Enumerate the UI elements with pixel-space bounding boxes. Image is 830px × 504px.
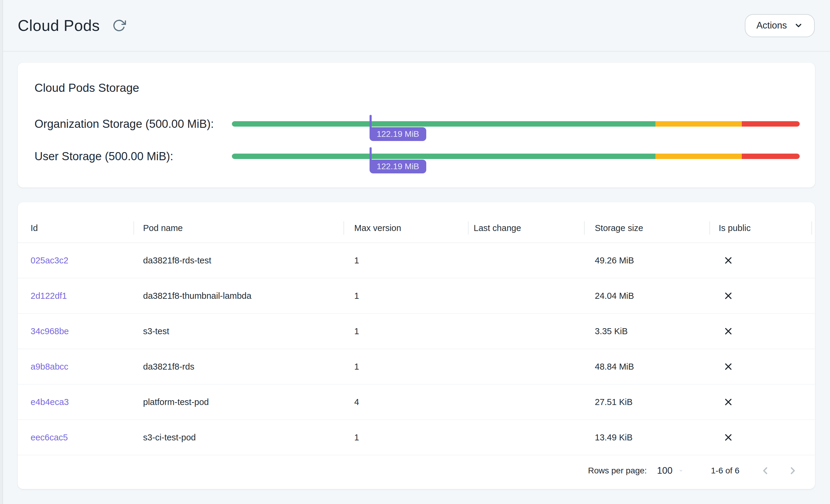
table-row: eec6cac5s3-ci-test-pod113.49 KiB (18, 420, 815, 455)
table-pagination: Rows per page: 100 1-6 of 6 (18, 455, 815, 489)
table-row: 025ac3c2da3821f8-rds-test149.26 MiB (18, 243, 815, 278)
storage-marker-icon (370, 147, 372, 161)
organization-storage-label: Organization Storage (500.00 MiB): (34, 118, 214, 130)
pod-id-link[interactable]: 025ac3c2 (31, 256, 68, 265)
column-divider (709, 221, 710, 234)
column-header-storage-size: Storage size (595, 223, 643, 233)
pod-name-cell: da3821f8-thumbnail-lambda (143, 291, 251, 301)
pod-id-link[interactable]: a9b8abcc (31, 362, 68, 372)
window-left-edge (0, 0, 3, 504)
pod-id-link[interactable]: 34c968be (31, 326, 69, 336)
chevron-left-icon (760, 465, 771, 476)
actions-button[interactable]: Actions (745, 14, 815, 37)
column-header-id: Id (31, 223, 38, 233)
storage-bar (232, 121, 800, 127)
storage-size-cell: 49.26 MiB (595, 256, 634, 265)
max-version-cell: 1 (354, 326, 359, 336)
user-storage-label: User Storage (500.00 MiB): (34, 150, 173, 163)
rows-per-page-select[interactable]: 100 (657, 465, 685, 476)
table-row: 34c968bes3-test13.35 KiB (18, 314, 815, 349)
pod-id-link[interactable]: e4b4eca3 (31, 397, 69, 407)
refresh-button[interactable] (111, 17, 127, 34)
previous-page-button[interactable] (756, 462, 774, 480)
page-title: Cloud Pods (18, 17, 100, 34)
storage-marker-group: 122.19 MiB (370, 115, 372, 129)
pod-name-cell: da3821f8-rds-test (143, 256, 211, 265)
next-page-button[interactable] (784, 462, 802, 480)
column-divider (811, 221, 812, 234)
column-header-max-version: Max version (354, 223, 401, 233)
table-row: 2d122df1da3821f8-thumbnail-lambda124.04 … (18, 278, 815, 314)
storage-size-cell: 13.49 KiB (595, 433, 633, 442)
max-version-cell: 1 (354, 362, 359, 372)
table-row: a9b8abccda3821f8-rds148.84 MiB (18, 349, 815, 385)
max-version-cell: 1 (354, 291, 359, 301)
rows-per-page-label: Rows per page: (588, 466, 647, 475)
storage-value-badge: 122.19 MiB (370, 160, 426, 174)
not-public-cross-icon (723, 397, 734, 407)
chevron-down-icon (794, 21, 803, 30)
storage-bar (232, 154, 800, 159)
actions-button-label: Actions (757, 20, 787, 31)
storage-size-cell: 24.04 MiB (595, 291, 634, 301)
table-header-row: Id Pod name Max version Last change Stor… (18, 202, 815, 243)
rows-per-page-value: 100 (657, 465, 672, 476)
not-public-cross-icon (723, 255, 734, 266)
storage-marker-icon (370, 115, 372, 129)
pod-name-cell: da3821f8-rds (143, 362, 194, 372)
max-version-cell: 1 (354, 433, 359, 442)
storage-card: Cloud Pods Storage Organization Storage … (18, 63, 815, 188)
page-header: Cloud Pods Actions (3, 0, 830, 52)
max-version-cell: 1 (354, 256, 359, 265)
pod-name-cell: platform-test-pod (143, 397, 209, 407)
user-storage-bar-area: 122.19 MiB (232, 154, 800, 159)
column-header-last-change: Last change (474, 223, 521, 233)
storage-size-cell: 3.35 KiB (595, 326, 628, 336)
pod-id-link[interactable]: 2d122df1 (31, 291, 67, 301)
storage-size-cell: 48.84 MiB (595, 362, 634, 372)
storage-marker-group: 122.19 MiB (370, 147, 372, 161)
not-public-cross-icon (723, 361, 734, 372)
storage-card-title: Cloud Pods Storage (34, 81, 139, 94)
table-row: e4b4eca3platform-test-pod427.51 KiB (18, 385, 815, 420)
column-header-is-public: Is public (719, 223, 751, 233)
max-version-cell: 4 (354, 397, 359, 407)
not-public-cross-icon (723, 326, 734, 337)
column-header-pod-name: Pod name (143, 223, 183, 233)
pod-id-link[interactable]: eec6cac5 (31, 433, 68, 442)
column-divider (584, 221, 585, 234)
pod-name-cell: s3-ci-test-pod (143, 433, 196, 442)
organization-storage-bar-area: 122.19 MiB (232, 121, 800, 127)
storage-size-cell: 27.51 KiB (595, 397, 633, 407)
pods-table-card: Id Pod name Max version Last change Stor… (18, 202, 815, 489)
select-caret-icon (677, 467, 685, 475)
column-divider (468, 221, 469, 234)
refresh-icon (112, 19, 126, 32)
not-public-cross-icon (723, 432, 734, 443)
pod-name-cell: s3-test (143, 326, 169, 336)
column-divider (344, 221, 344, 234)
chevron-right-icon (787, 465, 798, 476)
table-body: 025ac3c2da3821f8-rds-test149.26 MiB2d122… (18, 243, 815, 455)
pagination-range: 1-6 of 6 (711, 466, 739, 475)
storage-value-badge: 122.19 MiB (370, 127, 426, 141)
column-divider (133, 221, 134, 234)
not-public-cross-icon (723, 290, 734, 301)
